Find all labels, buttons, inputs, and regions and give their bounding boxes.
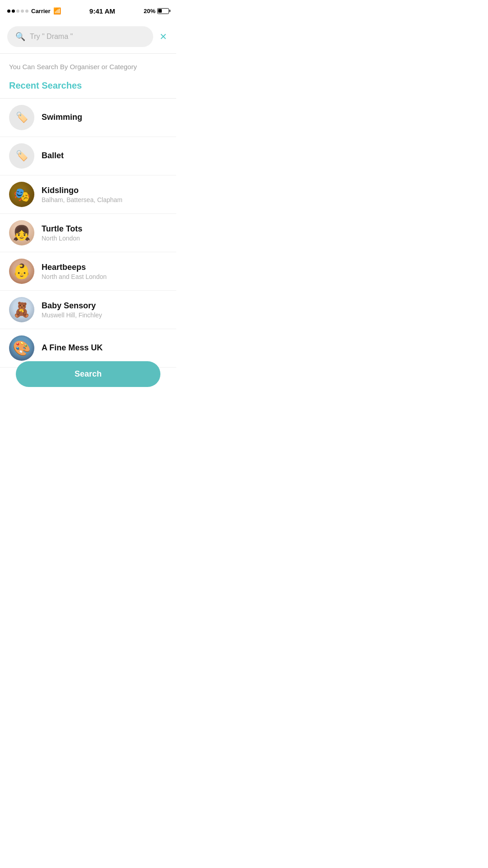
signal-dots bbox=[7, 9, 28, 13]
item-name: Baby Sensory bbox=[42, 301, 167, 311]
status-bar: Carrier 📶 9:41 AM 20% bbox=[0, 0, 176, 20]
item-name: A Fine Mess UK bbox=[42, 343, 167, 353]
recent-searches-title: Recent Searches bbox=[0, 75, 176, 98]
item-name: Swimming bbox=[42, 113, 167, 122]
signal-dot-2 bbox=[12, 9, 15, 13]
signal-dot-3 bbox=[16, 9, 19, 13]
item-subtitle: North and East London bbox=[42, 273, 167, 280]
tag-icon: 🏷️ bbox=[16, 150, 28, 162]
item-subtitle: Balham, Battersea, Clapham bbox=[42, 196, 167, 203]
search-button[interactable]: Search bbox=[16, 361, 160, 387]
list-item[interactable]: Kidslingo Balham, Battersea, Clapham bbox=[0, 175, 176, 214]
item-name: Turtle Tots bbox=[42, 224, 167, 234]
status-left: Carrier 📶 bbox=[7, 7, 61, 14]
item-info: A Fine Mess UK bbox=[42, 343, 167, 354]
battery-percent: 20% bbox=[144, 8, 155, 14]
search-list: 🏷️ Swimming 🏷️ Ballet Kidslingo Balham, … bbox=[0, 99, 176, 368]
search-icon: 🔍 bbox=[15, 32, 25, 42]
avatar bbox=[9, 182, 34, 207]
search-container: 🔍 Try " Drama " ✕ bbox=[0, 20, 176, 53]
list-item[interactable]: 🏷️ Ballet bbox=[0, 137, 176, 175]
item-info: Heartbeeps North and East London bbox=[42, 263, 167, 280]
avatar bbox=[9, 259, 34, 284]
list-item[interactable]: Turtle Tots North London bbox=[0, 214, 176, 252]
item-name: Ballet bbox=[42, 151, 167, 160]
carrier-label: Carrier bbox=[31, 8, 51, 14]
item-subtitle: Muswell Hill, Finchley bbox=[42, 311, 167, 319]
avatar: 🏷️ bbox=[9, 105, 34, 130]
item-name: Heartbeeps bbox=[42, 263, 167, 272]
avatar bbox=[9, 220, 34, 245]
tag-icon: 🏷️ bbox=[16, 112, 28, 123]
item-info: Ballet bbox=[42, 151, 167, 161]
search-hint: You Can Search By Organiser or Category bbox=[0, 54, 176, 75]
avatar bbox=[9, 297, 34, 322]
battery-icon bbox=[157, 8, 169, 14]
item-subtitle: North London bbox=[42, 235, 167, 242]
close-button[interactable]: ✕ bbox=[158, 29, 169, 44]
item-info: Baby Sensory Muswell Hill, Finchley bbox=[42, 301, 167, 319]
avatar: 🏷️ bbox=[9, 143, 34, 169]
wifi-icon: 📶 bbox=[53, 7, 61, 14]
avatar bbox=[9, 335, 34, 361]
signal-dot-4 bbox=[21, 9, 24, 13]
list-item[interactable]: Baby Sensory Muswell Hill, Finchley bbox=[0, 291, 176, 329]
search-placeholder: Try " Drama " bbox=[30, 33, 73, 41]
signal-dot-5 bbox=[25, 9, 28, 13]
item-name: Kidslingo bbox=[42, 186, 167, 195]
signal-dot-1 bbox=[7, 9, 10, 13]
list-item[interactable]: Heartbeeps North and East London bbox=[0, 252, 176, 291]
item-info: Swimming bbox=[42, 113, 167, 123]
search-bar[interactable]: 🔍 Try " Drama " bbox=[7, 26, 153, 47]
item-info: Turtle Tots North London bbox=[42, 224, 167, 242]
list-item[interactable]: 🏷️ Swimming bbox=[0, 99, 176, 137]
status-time: 9:41 AM bbox=[89, 7, 115, 15]
item-info: Kidslingo Balham, Battersea, Clapham bbox=[42, 186, 167, 203]
status-right: 20% bbox=[144, 8, 169, 14]
